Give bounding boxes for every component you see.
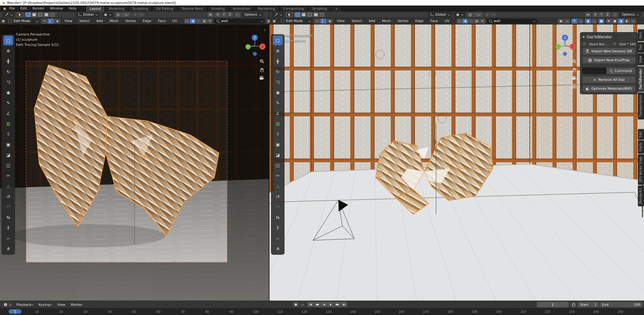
rotate-tool[interactable]: ↻ xyxy=(3,67,13,77)
menu-add[interactable]: Add xyxy=(366,18,378,24)
zoom-icon[interactable] xyxy=(572,59,577,64)
transform-tool[interactable]: ◉ xyxy=(3,88,13,97)
timeline-menu-marker[interactable]: Marker xyxy=(68,301,85,308)
edge-select-mode-icon[interactable]: ▏ xyxy=(48,19,54,24)
material-shading-icon[interactable]: ◑ xyxy=(618,19,624,24)
falloff-curve-icon[interactable]: ~ xyxy=(138,12,144,17)
tab-shading[interactable]: Shading xyxy=(208,6,229,12)
transform-orientation-dropdown[interactable]: Global xyxy=(76,12,100,17)
mirror-z-toggle[interactable]: Z xyxy=(605,12,611,17)
corner-select-icon[interactable]: ▢ xyxy=(184,19,190,24)
tab-uv-editing[interactable]: UV Editing xyxy=(152,6,177,12)
shear-tool[interactable]: ▱ xyxy=(3,233,13,243)
optimize-materials-button[interactable]: ◐ Optimize Materials(WIP) xyxy=(582,85,635,92)
snap-magnet-icon[interactable]: Ω xyxy=(467,12,473,17)
smooth-tool[interactable]: ◠ xyxy=(273,202,283,212)
dropdown-button[interactable] xyxy=(578,19,583,24)
add-cube-tool[interactable]: ▧ xyxy=(3,119,13,129)
cursor-tool[interactable]: ⊕ xyxy=(273,46,283,56)
rotate-tool[interactable]: ↻ xyxy=(273,67,283,77)
menu-view[interactable]: View xyxy=(62,18,75,24)
sidebar-tab-tool[interactable]: Tool xyxy=(638,42,644,53)
frame-end-field[interactable]: End250 xyxy=(600,302,643,307)
quick-checkbox[interactable] xyxy=(582,42,586,46)
tab-sculpting[interactable]: Sculpting xyxy=(129,6,152,12)
menu-mesh[interactable]: Mesh xyxy=(379,18,394,24)
blender-menu-icon[interactable] xyxy=(2,7,6,10)
jump-to-start-icon[interactable]: |◀ xyxy=(307,302,314,307)
measure-tool[interactable]: ∠ xyxy=(3,108,13,118)
rip-region-tool[interactable]: ⋔ xyxy=(273,244,283,253)
vertex-select-mode-icon[interactable]: • xyxy=(314,19,320,24)
mirror-z-toggle[interactable]: Z xyxy=(227,12,233,17)
rendered-shading-icon[interactable]: ◐ xyxy=(624,19,630,24)
corner-select-icon[interactable]: ▢ xyxy=(457,19,462,24)
cursor-tool[interactable]: ⊕ xyxy=(3,46,13,56)
toggle-xray-icon[interactable]: ▣ xyxy=(598,19,604,24)
mirror-icon[interactable]: ⋈ xyxy=(585,12,591,17)
face-select-mode-icon[interactable]: ▪ xyxy=(327,19,333,24)
snap-magnet-icon[interactable]: Ω xyxy=(115,12,121,17)
daz-command-button[interactable]: Command xyxy=(606,67,635,74)
edge-select-mode-icon[interactable]: ▏ xyxy=(320,19,326,24)
menu-uv[interactable]: UV xyxy=(442,18,452,24)
world-icon[interactable]: ◍ xyxy=(201,19,207,24)
tab-compositing[interactable]: Compositing xyxy=(280,6,308,12)
poly-build-tool[interactable]: △ xyxy=(273,181,283,191)
frame-start-field[interactable]: Start1 xyxy=(578,302,599,307)
proportional-editing-icon[interactable]: ◎ xyxy=(132,12,138,17)
size-checkbox[interactable] xyxy=(613,42,617,46)
box-select-tool[interactable]: ▢ xyxy=(3,36,13,45)
knife-tool[interactable]: ✂ xyxy=(3,171,13,181)
navigation-gizmo[interactable]: ZX xyxy=(244,34,266,57)
panel-grip-icon[interactable]: ∷∷ xyxy=(631,36,635,39)
keying-dropdown[interactable] xyxy=(300,302,305,307)
texture-paint-icon[interactable]: ∴ xyxy=(468,19,474,24)
navigation-gizmo[interactable]: ZX xyxy=(554,34,576,57)
menu-edit[interactable]: Edit xyxy=(17,6,29,11)
move-tool[interactable]: ╋ xyxy=(3,56,13,66)
remove-all-daz-button[interactable]: ≈ Remove All Daz xyxy=(582,76,635,83)
bevel-tool[interactable]: ◪ xyxy=(3,150,13,160)
loop-cut-tool[interactable]: ◫ xyxy=(3,160,13,170)
tab-animation[interactable]: Animation xyxy=(229,6,254,12)
active-tool-dropdown[interactable] xyxy=(272,12,284,17)
menu-select[interactable]: Select xyxy=(77,18,92,24)
mirror-x-toggle[interactable]: X xyxy=(215,12,221,17)
daz-command-input[interactable] xyxy=(582,68,606,74)
import-genesis-button[interactable]: Import New Genesis 3/8 xyxy=(582,48,635,55)
current-frame-field[interactable]: 1 xyxy=(537,302,569,307)
menu-face[interactable]: Face xyxy=(155,18,168,24)
annotate-tool[interactable]: ✎ xyxy=(273,98,283,108)
inset-faces-tool[interactable]: ▣ xyxy=(273,140,283,149)
camera-view-icon[interactable] xyxy=(571,76,577,80)
material-preview-icon[interactable]: ◑ xyxy=(190,19,195,24)
solid-shading-icon[interactable]: ● xyxy=(612,19,618,24)
sidebar-tab-transportation[interactable]: Transportation xyxy=(638,92,644,119)
brush-icon[interactable]: ✎ xyxy=(480,19,485,24)
timeline-menu-view[interactable]: View xyxy=(55,301,68,308)
spin-tool[interactable]: ↺ xyxy=(273,192,283,201)
shading-dropdown-button[interactable] xyxy=(630,19,636,24)
menu-edge[interactable]: Edge xyxy=(140,18,154,24)
pan-hand-icon[interactable] xyxy=(259,67,264,72)
editor-type-button[interactable]: ▦ xyxy=(271,19,277,24)
rip-region-tool[interactable]: ⋔ xyxy=(3,244,13,253)
left-viewport-canvas[interactable] xyxy=(0,24,269,301)
show-gizmo-icon[interactable]: ↷ xyxy=(571,19,577,24)
world-icon[interactable]: ◍ xyxy=(474,19,480,24)
mirror-x-toggle[interactable]: X xyxy=(593,12,598,17)
menu-file[interactable]: File xyxy=(6,6,17,11)
add-cube-tool[interactable]: ▧ xyxy=(273,119,283,129)
sidebar-tab-rigify[interactable]: Rigify xyxy=(638,140,644,154)
poly-build-tool[interactable]: △ xyxy=(3,181,13,191)
intersect-selection-icon[interactable] xyxy=(319,12,325,17)
wireframe-shading-icon[interactable]: ⊕ xyxy=(606,19,612,24)
inset-faces-tool[interactable]: ▣ xyxy=(3,140,13,149)
dropdown-button[interactable] xyxy=(591,19,597,24)
sidebar-tab-view[interactable]: View xyxy=(638,53,644,66)
texture-paint-icon[interactable]: ∴ xyxy=(196,19,201,24)
box-select-tool[interactable]: ▢ xyxy=(273,36,283,45)
scale-tool[interactable]: ◹ xyxy=(3,77,13,87)
show-overlays-icon[interactable]: ◉ xyxy=(558,19,564,24)
